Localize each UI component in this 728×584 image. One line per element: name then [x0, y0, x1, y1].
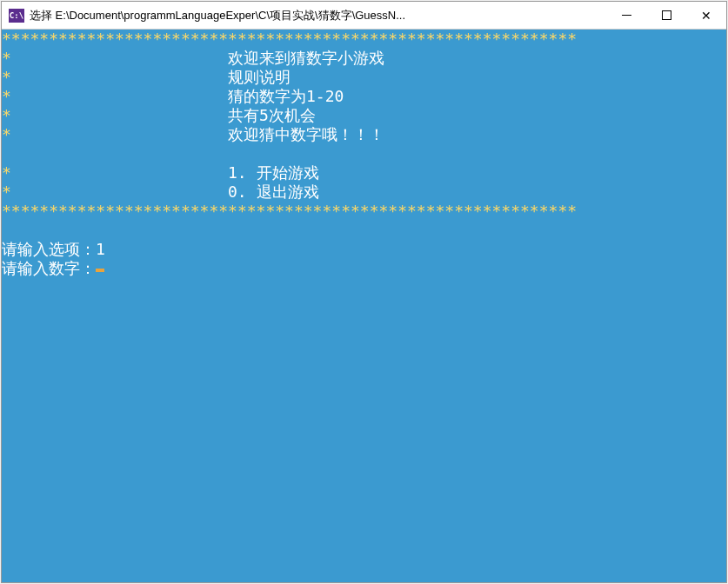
titlebar: C:\ 选择 E:\Document\programmLanguageExper… [2, 2, 726, 30]
prompt-number: 请输入数字： [2, 259, 726, 278]
menu-line-range: *猜的数字为1-20 [2, 87, 726, 106]
menu-option-start: *1. 开始游戏 [2, 163, 726, 182]
maximize-button[interactable] [646, 2, 686, 29]
menu-option-exit: *0. 退出游戏 [2, 182, 726, 202]
minimize-button[interactable] [606, 2, 646, 29]
prompt-number-label: 请输入数字： [2, 259, 96, 277]
menu-line-welcome: *欢迎来到猜数字小游戏 [2, 49, 726, 68]
menu-line-encourage: *欢迎猜中数字哦！！！ [2, 125, 726, 144]
menu-line-chances: *共有5次机会 [2, 106, 726, 125]
console-area[interactable]: ****************************************… [2, 30, 726, 582]
blank-line-2 [2, 221, 726, 240]
menu-line-rules: *规则说明 [2, 68, 726, 87]
border-bottom: ****************************************… [2, 202, 726, 221]
console-window: C:\ 选择 E:\Document\programmLanguageExper… [1, 1, 727, 583]
blank-line [2, 144, 726, 163]
prompt-option-value: 1 [96, 240, 105, 258]
prompt-option: 请输入选项：1 [2, 240, 726, 259]
app-icon: C:\ [9, 9, 24, 23]
cursor-icon [96, 269, 104, 272]
maximize-icon [662, 10, 671, 20]
border-top: ****************************************… [2, 30, 726, 49]
close-button[interactable]: ✕ [686, 2, 726, 29]
window-controls: ✕ [606, 2, 726, 29]
window-title: 选择 E:\Document\programmLanguageExper\C\项… [24, 8, 606, 23]
close-icon: ✕ [701, 10, 711, 22]
prompt-option-label: 请输入选项： [2, 240, 96, 258]
minimize-icon [622, 15, 631, 16]
